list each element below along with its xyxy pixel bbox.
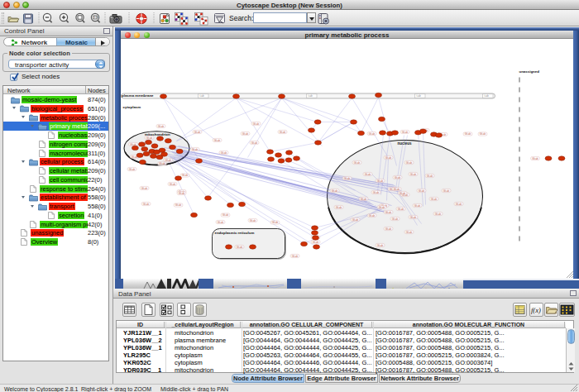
svg-text:Glt-ab: Glt-ab [385, 227, 392, 231]
svg-text:Glt-ab: Glt-ab [377, 244, 384, 247]
svg-text:Glt-ab: Glt-ab [221, 151, 227, 155]
svg-text:Glt-ab: Glt-ab [223, 213, 229, 217]
svg-text:Glt-ab: Glt-ab [406, 231, 413, 234]
svg-text:endoplasmic reticulum: endoplasmic reticulum [215, 231, 255, 235]
svg-text:f(x): f(x) [531, 306, 541, 314]
svg-text:plasma membrane: plasma membrane [122, 93, 154, 98]
svg-text:Glt-ab: Glt-ab [129, 168, 136, 171]
svg-text:Glt-ab: Glt-ab [419, 189, 425, 193]
svg-text:Glt-ab: Glt-ab [336, 206, 342, 209]
svg-text:Glt-ab: Glt-ab [373, 191, 380, 194]
svg-text:Glt-ab: Glt-ab [141, 187, 148, 190]
svg-text:Glt-ab: Glt-ab [435, 213, 442, 216]
svg-text:cytoplasm: cytoplasm [123, 105, 141, 109]
svg-text:Glt-ab: Glt-ab [143, 203, 150, 206]
svg-text:Glt-ab: Glt-ab [480, 132, 486, 136]
svg-text:Glt-ab: Glt-ab [242, 132, 249, 136]
svg-text:Glt-ab: Glt-ab [361, 198, 367, 201]
svg-text:Glt-ab: Glt-ab [379, 206, 385, 209]
svg-text:Glt-ab: Glt-ab [292, 255, 299, 258]
svg-text:Glt-ab: Glt-ab [365, 173, 371, 176]
svg-text:Glt-ab: Glt-ab [369, 132, 376, 136]
svg-text:Glt-ab: Glt-ab [402, 131, 409, 134]
svg-text:Glt-ab: Glt-ab [385, 156, 392, 160]
svg-text:Glt-ab: Glt-ab [406, 161, 413, 165]
svg-text:Glt-ab: Glt-ab [369, 214, 376, 218]
svg-text:Glt-ab: Glt-ab [414, 204, 421, 208]
svg-text:Glt-ab: Glt-ab [146, 136, 153, 140]
svg-text:Glt-ab: Glt-ab [400, 192, 406, 195]
svg-text:Glt-ab: Glt-ab [192, 148, 199, 151]
svg-text:Glt-ab: Glt-ab [352, 218, 359, 222]
svg-text:Glt-ab: Glt-ab [410, 216, 417, 219]
svg-text:Glt-ab: Glt-ab [251, 141, 258, 145]
svg-text:t-ab: t-ab [309, 94, 313, 98]
svg-text:Glt-ab: Glt-ab [385, 211, 392, 214]
svg-text:Glt-ab: Glt-ab [398, 208, 404, 211]
svg-text:Glt-ab: Glt-ab [395, 176, 401, 179]
svg-text:Glt-ab: Glt-ab [182, 174, 189, 177]
svg-text:Glt-ab: Glt-ab [377, 179, 384, 183]
svg-text:1:1: 1:1 [94, 16, 98, 19]
svg-text:Glt-ab: Glt-ab [250, 219, 256, 222]
svg-text:Glt-ab: Glt-ab [253, 122, 260, 126]
svg-text:Glt-ab: Glt-ab [237, 246, 243, 249]
svg-text:Glt-ab: Glt-ab [159, 162, 165, 165]
svg-text:Glt-ab: Glt-ab [165, 159, 172, 162]
svg-text:Glt-ab: Glt-ab [332, 189, 338, 193]
svg-text:Glt-ab: Glt-ab [431, 198, 438, 201]
svg-text:Glt-ab: Glt-ab [465, 132, 471, 136]
svg-text:Glt-ab: Glt-ab [410, 173, 417, 176]
svg-text:Glt-ab: Glt-ab [313, 241, 319, 244]
svg-text:Glt-ab: Glt-ab [175, 203, 182, 207]
svg-text:Glt-ab: Glt-ab [214, 139, 221, 142]
svg-text:t-ab: t-ab [485, 94, 490, 98]
svg-text:Glt-ab: Glt-ab [443, 189, 450, 193]
svg-text:Glt-ab: Glt-ab [218, 221, 224, 224]
svg-text:Glt-ab: Glt-ab [344, 177, 351, 180]
svg-text:t-ab: t-ab [200, 94, 205, 98]
svg-text:Glt-ab: Glt-ab [354, 161, 361, 165]
svg-text:t-ab: t-ab [417, 94, 422, 98]
svg-text:Glt-ab: Glt-ab [272, 221, 279, 224]
svg-text:Glt-ab: Glt-ab [456, 203, 462, 206]
svg-text:Glt-ab: Glt-ab [427, 174, 433, 178]
svg-text:unassigned: unassigned [519, 69, 540, 74]
svg-text:Glt-ab: Glt-ab [394, 188, 400, 191]
svg-text:Glt-ab: Glt-ab [179, 192, 185, 195]
svg-text:Glt-ab: Glt-ab [194, 131, 201, 134]
svg-text:Glt-ab: Glt-ab [532, 157, 538, 160]
svg-text:Glt-ab: Glt-ab [280, 131, 286, 134]
svg-text:Glt-ab: Glt-ab [158, 125, 165, 128]
svg-text:Glt-ab: Glt-ab [170, 183, 176, 186]
svg-text:nucleus: nucleus [398, 141, 413, 146]
svg-text:Glt-ab: Glt-ab [392, 218, 399, 221]
